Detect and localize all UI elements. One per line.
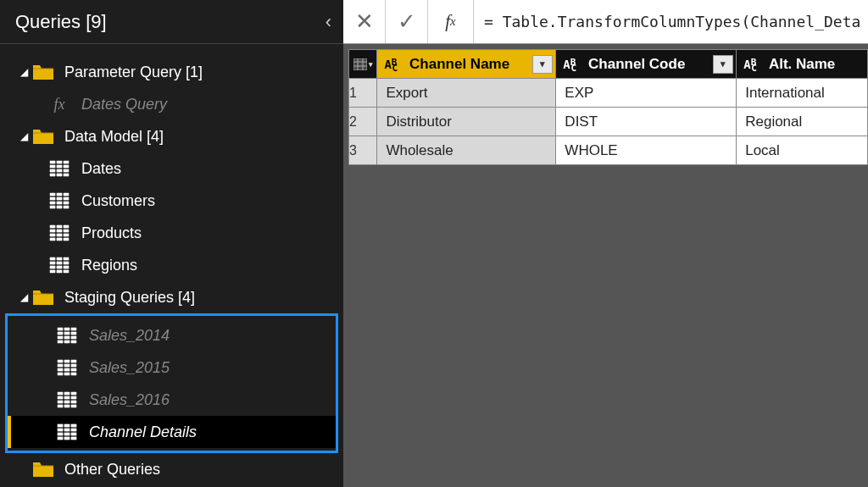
collapse-panel-icon[interactable]: ‹ [326, 11, 331, 33]
query-products[interactable]: Products [0, 217, 343, 249]
column-name: Channel Name [409, 56, 532, 73]
formula-input[interactable]: = Table.TransformColumnTypes(Channel_Det… [474, 0, 868, 43]
query-label: Dates Query [81, 96, 167, 113]
row-number[interactable]: 1 [349, 79, 377, 108]
chevron-down-icon: ▾ [369, 60, 373, 69]
column-header-channel-name[interactable]: ABC Channel Name ▾ [377, 50, 556, 79]
query-label: Products [81, 224, 142, 242]
queries-tree: ◢ Parameter Query [1] fx Dates Query ◢ D… [0, 44, 343, 487]
table-icon [57, 391, 77, 408]
group-label: Other Queries [64, 461, 160, 479]
cell-alt-name[interactable]: Regional [737, 108, 868, 136]
query-sales-2014[interactable]: Sales_2014 [8, 319, 336, 351]
fx-icon: fx [49, 96, 70, 113]
caret-down-icon[interactable]: ◢ [20, 66, 31, 78]
group-label: Staging Queries [4] [64, 289, 195, 307]
table-row[interactable]: 1 Export EXP International [349, 79, 868, 108]
query-label: Sales_2016 [89, 391, 170, 409]
type-text-icon: ABC [377, 58, 409, 70]
column-header-channel-code[interactable]: ABC Channel Code ▾ [556, 50, 737, 79]
column-header-alt-name[interactable]: ABC Alt. Name [737, 50, 868, 79]
row-number[interactable]: 2 [349, 108, 377, 136]
query-label: Regions [81, 257, 137, 274]
queries-title: Queries [9] [15, 11, 107, 33]
query-dates[interactable]: Dates [0, 152, 343, 185]
caret-down-icon[interactable]: ◢ [20, 291, 31, 303]
group-parameter-query[interactable]: ◢ Parameter Query [1] [0, 56, 343, 88]
formula-bar: ✕ ✓ fx = Table.TransformColumnTypes(Chan… [343, 0, 868, 44]
caret-down-icon[interactable]: ◢ [20, 130, 31, 142]
cell-alt-name[interactable]: International [737, 79, 868, 108]
cell-channel-code[interactable]: WHOLE [556, 136, 737, 165]
cell-channel-name[interactable]: Wholesale [377, 136, 556, 165]
folder-icon [32, 127, 54, 146]
queries-header: Queries [9] ‹ [0, 0, 343, 44]
main-area: ✕ ✓ fx = Table.TransformColumnTypes(Chan… [343, 0, 868, 487]
query-label: Channel Details [89, 423, 197, 441]
table-icon [57, 327, 77, 344]
cancel-formula-button[interactable]: ✕ [343, 0, 386, 43]
group-data-model[interactable]: ◢ Data Model [4] [0, 120, 343, 152]
query-label: Dates [81, 160, 121, 178]
query-regions[interactable]: Regions [0, 249, 343, 281]
query-customers[interactable]: Customers [0, 185, 343, 217]
table-icon [49, 192, 70, 209]
table-row[interactable]: 2 Distributor DIST Regional [349, 108, 868, 136]
column-name: Channel Code [588, 56, 713, 73]
highlighted-staging-group: Sales_2014 Sales_2015 Sales_2016 Channel… [5, 313, 338, 453]
cell-channel-code[interactable]: EXP [556, 79, 737, 108]
table-icon [57, 359, 77, 376]
group-label: Parameter Query [1] [64, 64, 203, 81]
query-label: Customers [81, 192, 155, 210]
table-icon [49, 257, 70, 274]
folder-icon [32, 63, 54, 81]
query-label: Sales_2015 [89, 359, 170, 377]
column-name: Alt. Name [769, 56, 867, 73]
group-staging-queries[interactable]: ◢ Staging Queries [4] [0, 281, 343, 313]
query-dates-query[interactable]: fx Dates Query [0, 88, 343, 120]
query-label: Sales_2014 [89, 327, 170, 345]
table-icon [57, 423, 77, 440]
group-label: Data Model [4] [64, 128, 164, 146]
table-icon [49, 224, 70, 241]
cell-channel-code[interactable]: DIST [556, 108, 737, 136]
query-channel-details[interactable]: Channel Details [8, 416, 336, 448]
row-number[interactable]: 3 [349, 136, 377, 165]
commit-formula-button[interactable]: ✓ [386, 0, 428, 43]
table-row[interactable]: 3 Wholesale WHOLE Local [349, 136, 868, 165]
folder-icon [32, 288, 54, 307]
type-text-icon: ABC [737, 58, 769, 70]
group-other-queries[interactable]: Other Queries [0, 453, 343, 485]
query-sales-2015[interactable]: Sales_2015 [8, 351, 336, 384]
select-all-corner[interactable]: ▾ [349, 50, 377, 79]
fx-icon[interactable]: fx [428, 0, 474, 43]
query-sales-2016[interactable]: Sales_2016 [8, 384, 336, 416]
queries-panel: Queries [9] ‹ ◢ Parameter Query [1] fx D… [0, 0, 343, 487]
data-table: ▾ ABC Channel Name ▾ ABC Channel C [348, 49, 868, 165]
folder-icon [32, 460, 54, 479]
type-text-icon: ABC [556, 58, 588, 70]
data-preview: ▾ ABC Channel Name ▾ ABC Channel C [343, 44, 868, 165]
column-filter-button[interactable]: ▾ [713, 55, 733, 74]
cell-alt-name[interactable]: Local [737, 136, 868, 165]
cell-channel-name[interactable]: Distributor [377, 108, 556, 136]
cell-channel-name[interactable]: Export [377, 79, 556, 108]
column-filter-button[interactable]: ▾ [532, 55, 553, 74]
table-icon [49, 160, 70, 177]
